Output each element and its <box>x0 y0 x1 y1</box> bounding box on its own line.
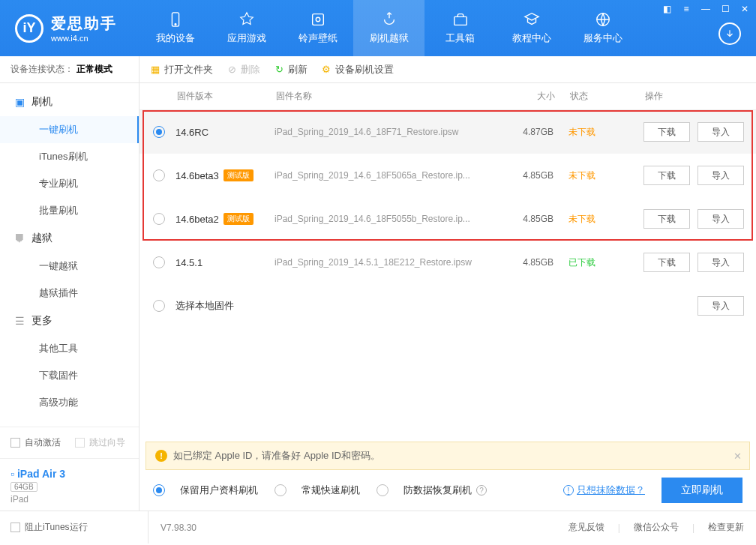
radio-keep-data[interactable] <box>153 484 165 496</box>
erase-only-link[interactable]: !只想抹除数据？ <box>563 484 645 497</box>
sidebar-item-batch-flash[interactable]: 批量刷机 <box>0 197 139 224</box>
toolbar: ▦打开文件夹 ⊘删除 ↻刷新 ⚙设备刷机设置 <box>140 56 756 83</box>
menu-icon[interactable]: ≡ <box>680 3 693 15</box>
shield-icon: ⛊ <box>14 232 26 244</box>
firmware-row[interactable]: 14.6RCiPad_Spring_2019_14.6_18F71_Restor… <box>140 110 756 154</box>
capacity-badge: 64GB <box>10 482 38 492</box>
status-label: 已下载 <box>554 256 614 269</box>
app-version: V7.98.30 <box>148 523 196 533</box>
main-panel: ▦打开文件夹 ⊘删除 ↻刷新 ⚙设备刷机设置 固件版本 固件名称 大小 状态 操… <box>140 56 756 511</box>
check-update-link[interactable]: 检查更新 <box>708 521 744 534</box>
version-label: 14.6beta2 <box>176 214 219 225</box>
close-warning-icon[interactable]: ✕ <box>734 451 742 462</box>
nav-flash-jailbreak[interactable]: 刷机越狱 <box>353 0 424 56</box>
version-label: 14.5.1 <box>176 257 202 268</box>
close-icon[interactable]: ✕ <box>738 3 752 15</box>
refresh-button[interactable]: ↻刷新 <box>274 63 308 76</box>
svg-point-3 <box>316 17 320 22</box>
maximize-icon[interactable]: ☐ <box>718 3 732 15</box>
sidebar-item-download-fw[interactable]: 下载固件 <box>0 362 139 389</box>
footer: 阻止iTunes运行 V7.98.30 意见反馈| 微信公众号| 检查更新 <box>0 511 756 544</box>
status-label: 未下载 <box>554 213 614 226</box>
table-header: 固件版本 固件名称 大小 状态 操作 <box>140 83 756 110</box>
nav-service[interactable]: 服务中心 <box>567 0 638 56</box>
warning-icon: ! <box>155 450 167 462</box>
status-label: 未下载 <box>554 126 614 139</box>
sidebar-item-jailbreak-plugins[interactable]: 越狱插件 <box>0 280 139 307</box>
device-box: 自动激活 跳过向导 <box>0 427 139 458</box>
svg-rect-2 <box>312 14 323 25</box>
feedback-link[interactable]: 意见反馈 <box>568 521 604 534</box>
download-button[interactable]: 下载 <box>644 209 690 229</box>
local-firmware-row[interactable]: 选择本地固件 导入 <box>140 284 756 328</box>
wechat-link[interactable]: 微信公众号 <box>634 521 679 534</box>
sidebar-item-other-tools[interactable]: 其他工具 <box>0 335 139 362</box>
sidebar-item-oneclick-jailbreak[interactable]: 一键越狱 <box>0 253 139 280</box>
nav-ringtones[interactable]: 铃声壁纸 <box>282 0 353 56</box>
block-itunes-checkbox[interactable] <box>10 523 20 532</box>
sidebar-item-advanced[interactable]: 高级功能 <box>0 389 139 416</box>
skip-guide-checkbox[interactable] <box>75 438 85 448</box>
sidebar-item-pro-flash[interactable]: 专业刷机 <box>0 170 139 197</box>
nav-my-device[interactable]: 我的设备 <box>140 0 211 56</box>
sidebar-group-jailbreak[interactable]: ⛊越狱 <box>0 224 139 253</box>
firmware-name: iPad_Spring_2019_14.5.1_18E212_Restore.i… <box>274 257 500 268</box>
radio-local[interactable] <box>153 300 165 312</box>
download-manager-button[interactable] <box>718 22 741 45</box>
radio-row[interactable] <box>153 126 165 138</box>
logo-block: iY 爱思助手 www.i4.cn <box>0 0 132 56</box>
firmware-row[interactable]: 14.6beta3测试版iPad_Spring_2019_14.6_18F506… <box>140 154 756 197</box>
opt-anti-recovery[interactable]: 防数据恢复刷机? <box>376 484 487 497</box>
sidebar-group-more[interactable]: ☰更多 <box>0 307 139 335</box>
firmware-row[interactable]: 14.5.1iPad_Spring_2019_14.5.1_18E212_Res… <box>140 241 756 284</box>
download-button[interactable]: 下载 <box>644 122 690 142</box>
version-label: 14.6RC <box>176 127 208 138</box>
radio-row[interactable] <box>153 256 165 268</box>
skin-icon[interactable]: ◧ <box>660 3 674 15</box>
radio-fast[interactable] <box>274 484 286 496</box>
help-icon[interactable]: ? <box>476 485 487 496</box>
sidebar-item-itunes-flash[interactable]: iTunes刷机 <box>0 143 139 170</box>
titlebar: iY 爱思助手 www.i4.cn 我的设备 应用游戏 铃声壁纸 刷机越狱 工具… <box>0 0 756 56</box>
opt-keep-data[interactable]: 保留用户资料刷机 <box>153 484 258 497</box>
refresh-icon: ↻ <box>274 64 284 75</box>
brand-title: 爱思助手 <box>51 13 117 34</box>
col-status: 状态 <box>555 90 615 103</box>
info-icon: ! <box>563 485 574 496</box>
nav-tutorials[interactable]: 教程中心 <box>496 0 567 56</box>
nav-apps[interactable]: 应用游戏 <box>211 0 282 56</box>
radio-row[interactable] <box>153 213 165 225</box>
sidebar: 设备连接状态： 正常模式 ▣刷机 一键刷机 iTunes刷机 专业刷机 批量刷机… <box>0 56 140 511</box>
auto-activate-checkbox[interactable] <box>10 438 20 448</box>
import-button[interactable]: 导入 <box>698 296 744 316</box>
beta-badge: 测试版 <box>224 169 254 181</box>
size-label: 4.85GB <box>500 257 554 268</box>
device-name[interactable]: ▫iPad Air 3 <box>10 468 128 480</box>
gear-icon: ⚙ <box>321 64 332 75</box>
radio-anti[interactable] <box>376 484 388 496</box>
import-button[interactable]: 导入 <box>698 253 744 272</box>
firmware-name: iPad_Spring_2019_14.6_18F5065a_Restore.i… <box>274 170 500 181</box>
flash-icon: ▣ <box>14 96 26 108</box>
firmware-row[interactable]: 14.6beta2测试版iPad_Spring_2019_14.6_18F505… <box>140 197 756 241</box>
radio-row[interactable] <box>153 169 165 181</box>
opt-fast-flash[interactable]: 常规快速刷机 <box>274 484 360 497</box>
flash-now-button[interactable]: 立即刷机 <box>662 478 742 503</box>
flash-settings-button[interactable]: ⚙设备刷机设置 <box>321 63 394 76</box>
minimize-icon[interactable]: — <box>699 3 712 15</box>
import-button[interactable]: 导入 <box>698 166 744 185</box>
options-bar: 保留用户资料刷机 常规快速刷机 防数据恢复刷机? !只想抹除数据？ 立即刷机 <box>140 470 756 511</box>
download-button[interactable]: 下载 <box>644 166 690 185</box>
sidebar-group-flash[interactable]: ▣刷机 <box>0 88 139 116</box>
more-icon: ☰ <box>14 315 26 327</box>
import-button[interactable]: 导入 <box>698 122 744 142</box>
sidebar-item-oneclick-flash[interactable]: 一键刷机 <box>0 116 139 143</box>
nav-toolbox[interactable]: 工具箱 <box>424 0 496 56</box>
col-size: 大小 <box>501 90 555 103</box>
import-button[interactable]: 导入 <box>698 209 744 229</box>
size-label: 4.85GB <box>500 214 554 224</box>
open-folder-button[interactable]: ▦打开文件夹 <box>150 63 213 76</box>
download-button[interactable]: 下载 <box>644 253 690 272</box>
svg-rect-4 <box>454 16 466 25</box>
col-name: 固件名称 <box>276 90 501 103</box>
